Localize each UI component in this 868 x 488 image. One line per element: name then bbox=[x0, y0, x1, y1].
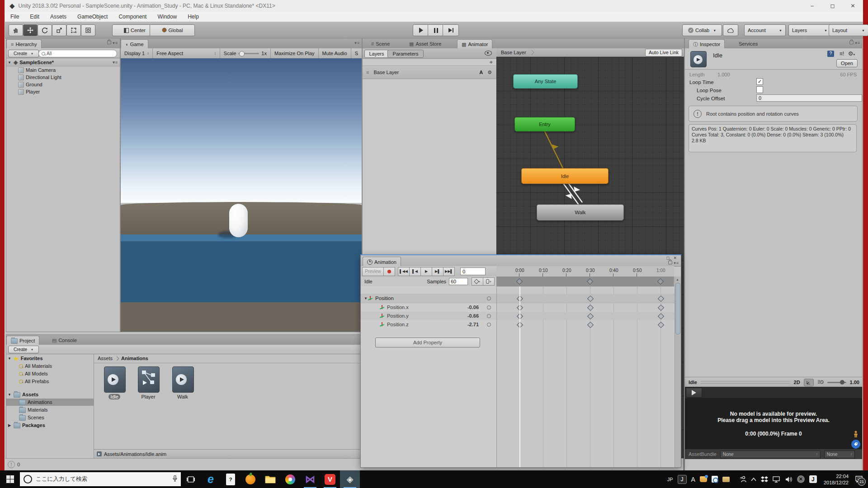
samples-field[interactable]: 60 bbox=[449, 278, 468, 285]
timeline-ruler[interactable]: 0:00 0:10 0:20 0:30 0:40 0:50 1:00 bbox=[496, 266, 674, 277]
start-button[interactable] bbox=[0, 470, 20, 488]
asset-idle[interactable]: Idle bbox=[104, 366, 125, 399]
add-event-button[interactable]: + bbox=[483, 277, 495, 286]
tree-packages[interactable]: ▶ Packages bbox=[6, 422, 94, 429]
rect-tool-icon[interactable] bbox=[66, 24, 81, 36]
taskbar-edge-icon[interactable]: e bbox=[201, 470, 221, 488]
layout-dropdown[interactable]: Layout▼ bbox=[829, 24, 868, 36]
assetbundle-variant-dropdown[interactable]: None↕ bbox=[824, 450, 855, 458]
menu-help[interactable]: Help bbox=[182, 14, 204, 20]
preview-speed-icon[interactable] bbox=[817, 380, 824, 385]
taskbar-unity-icon[interactable]: ◈ bbox=[340, 470, 360, 488]
display-dropdown[interactable]: Display 1↕ bbox=[121, 48, 153, 58]
state-node-idle[interactable]: Idle bbox=[521, 168, 609, 184]
collab-dropdown[interactable]: ✓ Collab▼ bbox=[682, 24, 722, 36]
notification-center-icon[interactable]: 21 bbox=[853, 470, 868, 488]
tab-scene[interactable]: # Scene bbox=[367, 39, 394, 48]
tag-icon[interactable] bbox=[851, 440, 860, 449]
project-create-button[interactable]: Create▼ bbox=[8, 346, 39, 353]
tray-network-icon[interactable] bbox=[770, 470, 783, 488]
tree-all-materials[interactable]: All Materials bbox=[6, 362, 94, 370]
preview-drag-handle[interactable] bbox=[701, 381, 790, 384]
scale-tool-icon[interactable] bbox=[52, 24, 66, 36]
mute-audio-button[interactable]: Mute Audio bbox=[319, 48, 351, 58]
hierarchy-create-button[interactable]: Create▼ bbox=[8, 50, 39, 57]
minimize-button[interactable]: – bbox=[802, 0, 822, 12]
curve-toggle-icon[interactable] bbox=[487, 323, 491, 327]
property-row-position[interactable]: ▼ Position bbox=[361, 294, 496, 303]
tray-mute-status-icon[interactable]: ✕ bbox=[795, 470, 807, 488]
ime-mode-indicator[interactable]: A bbox=[689, 470, 698, 488]
layer-settings-gear-icon[interactable]: ⚙ bbox=[487, 70, 492, 75]
assetbundle-dropdown[interactable]: None↕ bbox=[720, 450, 821, 458]
property-row-position-y[interactable]: Position.y -0.66 bbox=[361, 312, 496, 320]
tray-app1-icon[interactable] bbox=[698, 470, 709, 488]
add-keyframe-button[interactable]: + bbox=[472, 277, 483, 286]
taskbar-paint-icon[interactable] bbox=[280, 470, 300, 488]
property-row-position-x[interactable]: Position.x -0.06 bbox=[361, 303, 496, 311]
asset-walk[interactable]: Walk bbox=[172, 366, 193, 399]
avatar-icon[interactable] bbox=[853, 431, 859, 439]
preview-speed-slider[interactable] bbox=[827, 382, 846, 383]
auto-live-link-button[interactable]: Auto Live Link bbox=[645, 49, 682, 56]
tab-hierarchy[interactable]: ≡Hierarchy bbox=[6, 39, 42, 49]
curve-toggle-icon[interactable] bbox=[487, 296, 491, 300]
property-value[interactable]: -2.71 bbox=[467, 322, 479, 327]
ime-language-indicator[interactable]: JP bbox=[665, 470, 675, 488]
prev-key-button[interactable]: ▌◀ bbox=[409, 267, 421, 276]
property-value[interactable]: -0.66 bbox=[467, 313, 479, 319]
tray-app2-icon[interactable] bbox=[709, 470, 720, 488]
close-button[interactable]: ✕ bbox=[843, 0, 863, 12]
add-layer-button[interactable]: + bbox=[489, 59, 493, 66]
scroll-up-icon[interactable]: ▲ bbox=[676, 278, 679, 281]
cloud-button[interactable] bbox=[723, 24, 738, 36]
tree-all-models[interactable]: All Models bbox=[6, 370, 94, 377]
tray-people-icon[interactable] bbox=[732, 470, 749, 488]
loop-time-checkbox[interactable]: ✓ bbox=[756, 78, 763, 85]
gear-icon[interactable]: ⚙▾ bbox=[848, 50, 855, 57]
tab-animation[interactable]: Animation bbox=[363, 257, 401, 267]
tab-inspector[interactable]: ⓘ Inspector bbox=[689, 39, 725, 49]
tab-animator[interactable]: ▩ Animator bbox=[457, 39, 492, 49]
rotate-tool-icon[interactable] bbox=[38, 24, 52, 36]
clip-dropdown[interactable]: Idle bbox=[364, 279, 373, 284]
scale-slider[interactable]: Scale 1x bbox=[220, 48, 271, 58]
next-key-button[interactable]: ▶▌ bbox=[432, 267, 443, 276]
anim-play-button[interactable]: ▶ bbox=[420, 267, 432, 276]
curve-toggle-icon[interactable] bbox=[487, 305, 491, 310]
tab-console[interactable]: ▤ Console bbox=[48, 336, 81, 345]
animator-parameters-tab[interactable]: Parameters bbox=[387, 50, 424, 58]
tree-materials[interactable]: Materials bbox=[6, 406, 94, 413]
hierarchy-item-player[interactable]: Player bbox=[6, 88, 120, 95]
record-button[interactable] bbox=[383, 267, 395, 276]
state-node-walk[interactable]: Walk bbox=[537, 204, 624, 221]
hierarchy-panel-menu-icon[interactable]: ▾≡ bbox=[107, 41, 118, 45]
asset-player[interactable]: Player bbox=[138, 366, 159, 399]
dopesheet-keys-area[interactable] bbox=[496, 286, 675, 467]
taskbar-explorer-icon[interactable] bbox=[260, 470, 280, 488]
menu-component[interactable]: Component bbox=[113, 14, 152, 20]
menu-window[interactable]: Window bbox=[152, 14, 182, 20]
frame-field[interactable]: 0 bbox=[460, 267, 486, 275]
tab-game[interactable]: ◖ Game bbox=[121, 39, 148, 49]
loop-pose-checkbox[interactable] bbox=[756, 86, 763, 93]
tray-expand-chevron-icon[interactable] bbox=[749, 470, 759, 488]
stats-button[interactable]: S bbox=[351, 48, 362, 58]
last-key-button[interactable]: ▶▶▌ bbox=[443, 267, 455, 276]
task-view-button[interactable] bbox=[181, 470, 201, 488]
add-property-button[interactable]: Add Property bbox=[375, 338, 480, 347]
tray-app3-icon[interactable] bbox=[720, 470, 732, 488]
menu-assets[interactable]: Assets bbox=[45, 14, 72, 20]
scrollbar-thumb[interactable] bbox=[675, 283, 680, 334]
inspector-panel-menu-icon[interactable]: ▾≡ bbox=[849, 41, 860, 45]
console-info-icon[interactable]: ! bbox=[8, 461, 15, 468]
tab-project[interactable]: Project bbox=[6, 336, 39, 345]
eye-icon[interactable] bbox=[485, 51, 492, 56]
pause-button[interactable] bbox=[428, 24, 444, 36]
breadcrumb-assets[interactable]: Assets bbox=[98, 356, 113, 361]
tray-volume-icon[interactable] bbox=[783, 470, 795, 488]
animation-panel-menu-icon[interactable]: ▾≡ bbox=[668, 261, 679, 265]
ime-input-icon[interactable]: J bbox=[675, 470, 689, 488]
preview-header[interactable]: Idle 2D 1.00 bbox=[685, 377, 862, 388]
scene-row[interactable]: ▼ ◈ SampleScene* ▾≡ bbox=[6, 59, 120, 66]
